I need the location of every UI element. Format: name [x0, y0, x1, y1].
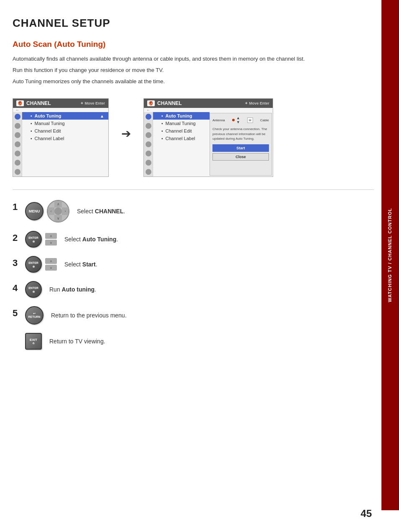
- step-3-number: 3: [13, 258, 19, 269]
- popup-antenna-row: Antenna ▲▼ H Cable: [212, 116, 269, 124]
- tv-screen-2-nav: ✦ Move Enter: [245, 101, 269, 105]
- section-divider: [13, 189, 374, 190]
- step-3-row: 3 ENTER ∧ ∨ Select Start.: [13, 256, 374, 273]
- nav-cross-1[interactable]: ∧ ∨ ‹ ›: [47, 200, 69, 223]
- step-1-buttons: MENU ∧ ∨ ‹ ›: [25, 200, 69, 223]
- tv-screen-2-body: • Auto Tuning • Manual Tuning • Channel …: [144, 112, 273, 176]
- step-exit-row: 0 EXIT ⎋ Return to TV viewing.: [13, 333, 374, 350]
- popup-close-btn[interactable]: Close: [212, 153, 269, 161]
- menu-item-auto-tuning-2: • Auto Tuning: [153, 112, 210, 120]
- menu-item-manual-tuning-2: • Manual Tuning: [153, 120, 210, 127]
- step-exit-buttons: EXIT ⎋: [25, 333, 42, 350]
- small-nav-down-2[interactable]: ∨: [45, 240, 57, 246]
- tv-sidebar-icons-1: [13, 112, 22, 176]
- step-3-desc: Select Start.: [64, 261, 97, 268]
- return-button[interactable]: ↩ RETURN: [25, 306, 43, 325]
- nav-left-1[interactable]: ‹: [48, 207, 54, 215]
- tv-popup: Antenna ▲▼ H Cable Check your antenna co…: [210, 113, 272, 176]
- icon-lock-2: [146, 160, 151, 166]
- antenna-indicator: [232, 119, 235, 121]
- icon-signal-2: [146, 151, 151, 156]
- popup-start-btn[interactable]: Start: [212, 144, 269, 152]
- svg-text:LG: LG: [149, 102, 153, 105]
- enter-button-4[interactable]: ENTER: [25, 281, 42, 298]
- step-4-buttons: ENTER: [25, 281, 42, 298]
- tv-logo-1: LG: [16, 100, 24, 106]
- step-4-desc: Run Auto tuning.: [49, 286, 96, 293]
- icon-settings: [15, 132, 20, 138]
- step-5-desc: Return to the previous menu.: [51, 312, 127, 319]
- screenshots-row: LG CHANNEL ✦ Move Enter ←: [13, 98, 374, 177]
- menu-item-channel-label-2: • Channel Label: [153, 135, 210, 142]
- body-text-2: Run this function if you change your res…: [13, 66, 374, 75]
- small-nav-2[interactable]: ∧ ∨: [45, 233, 57, 246]
- page-number: 45: [361, 508, 372, 519]
- step-2-number: 2: [13, 233, 19, 243]
- tv-screen-1-title: CHANNEL: [26, 100, 51, 106]
- icon-settings-2: [146, 132, 151, 138]
- step-2-desc: Select Auto Tuning.: [64, 236, 118, 243]
- step-4-number: 4: [13, 283, 19, 294]
- tv-screen-2-back: ←: [144, 108, 273, 112]
- body-text-3: Auto Tuning memorizes only the channels …: [13, 77, 374, 86]
- icon-lock: [15, 160, 20, 166]
- icon-search: [15, 114, 20, 120]
- tv-screen-2: LG CHANNEL ✦ Move Enter ←: [143, 98, 273, 177]
- step-5-buttons: ↩ RETURN: [25, 306, 43, 325]
- icon-tv-2: [146, 123, 151, 129]
- sidebar-label: WATCHING TV / CHANNEL CONTROL: [387, 208, 393, 302]
- main-content: CHANNEL SETUP Auto Scan (Auto Tuning) Au…: [13, 0, 374, 350]
- tv-screen-1-back: ←: [13, 108, 108, 112]
- small-nav-up-3[interactable]: ∧: [45, 258, 57, 264]
- nav-right-1[interactable]: ›: [62, 207, 69, 215]
- icon-misc: [15, 169, 20, 175]
- menu-item-channel-label-1: • Channel Label: [22, 135, 108, 142]
- tv-screen-2-header: LG CHANNEL ✦ Move Enter: [144, 99, 273, 108]
- tv-logo-2: LG: [147, 100, 155, 106]
- step-2-row: 2 ENTER ∧ ∨ Select Auto Tuning.: [13, 231, 374, 248]
- icon-signal: [15, 151, 20, 156]
- exit-button[interactable]: EXIT ⎋: [25, 333, 42, 350]
- screen-arrow: ➔: [121, 127, 131, 141]
- icon-tv: [15, 123, 20, 129]
- step-1-row: 1 MENU ∧ ∨ ‹ › Select CHANNEL.: [13, 200, 374, 223]
- tv-screen-1-body: • Auto Tuning ▲ • Manual Tuning • Channe…: [13, 112, 108, 176]
- page-title: CHANNEL SETUP: [13, 17, 374, 30]
- popup-info-text: Check your antenna connection. The previ…: [212, 127, 269, 141]
- menu-button[interactable]: MENU: [25, 202, 43, 220]
- tv-screen-1-nav: ✦ Move Enter: [80, 101, 105, 105]
- step-1-desc: Select CHANNEL.: [77, 208, 125, 215]
- step-5-row: 5 ↩ RETURN Return to the previous menu.: [13, 306, 374, 325]
- menu-item-manual-tuning-1: • Manual Tuning: [22, 120, 108, 127]
- step-2-buttons: ENTER ∧ ∨: [25, 231, 57, 248]
- small-nav-up-2[interactable]: ∧: [45, 233, 57, 239]
- step-5-number: 5: [13, 308, 19, 319]
- icon-network-2: [146, 141, 151, 147]
- section-title: Auto Scan (Auto Tuning): [13, 40, 374, 49]
- menu-item-channel-edit-2: • Channel Edit: [153, 127, 210, 135]
- small-nav-down-3[interactable]: ∨: [45, 265, 57, 271]
- nav-up-1[interactable]: ∧: [54, 201, 62, 207]
- step-4-row: 4 ENTER Run Auto tuning.: [13, 281, 374, 298]
- menu-item-channel-edit-1: • Channel Edit: [22, 127, 108, 135]
- step-3-buttons: ENTER ∧ ∨: [25, 256, 57, 273]
- body-text-1: Automatically finds all channels availab…: [13, 55, 374, 64]
- tv-screen-1: LG CHANNEL ✦ Move Enter ←: [13, 98, 109, 177]
- sidebar: WATCHING TV / CHANNEL CONTROL: [381, 0, 399, 510]
- tv-menu-content-2: • Auto Tuning • Manual Tuning • Channel …: [153, 112, 210, 176]
- tv-sidebar-icons-2: [144, 112, 153, 176]
- step-1-number: 1: [13, 202, 19, 212]
- tv-screen-2-title: CHANNEL: [157, 100, 182, 106]
- tv-screen-2-wrapper: LG CHANNEL ✦ Move Enter ←: [143, 98, 273, 177]
- h-box: H: [247, 118, 253, 123]
- enter-button-2[interactable]: ENTER: [25, 231, 42, 248]
- small-nav-3[interactable]: ∧ ∨: [45, 258, 57, 271]
- enter-button-3[interactable]: ENTER: [25, 256, 42, 273]
- svg-text:LG: LG: [18, 102, 23, 105]
- icon-search-2: [146, 114, 151, 120]
- menu-item-auto-tuning-1: • Auto Tuning ▲: [22, 112, 108, 120]
- nav-down-1[interactable]: ∨: [54, 215, 62, 222]
- popup-antenna-label: Antenna: [212, 118, 225, 122]
- icon-network: [15, 141, 20, 147]
- steps-section: 1 MENU ∧ ∨ ‹ › Select CHANNEL. 2 EN: [13, 200, 374, 350]
